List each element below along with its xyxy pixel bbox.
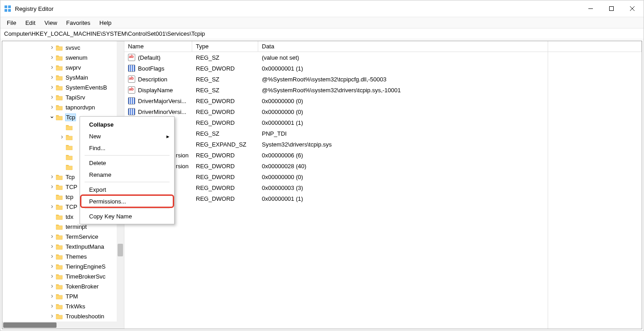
expand-chevron-icon[interactable] — [48, 74, 56, 81]
tree-node[interactable]: svsvc — [5, 43, 124, 52]
expand-chevron-icon[interactable] — [48, 303, 56, 310]
tree-node[interactable]: TPM — [5, 291, 124, 301]
tree-node[interactable]: SysMain — [5, 72, 124, 82]
value-data: 0x00000003 (3) — [258, 184, 642, 191]
menu-file[interactable]: File — [2, 19, 21, 27]
value-row[interactable]: (Default)REG_SZ(value not set) — [124, 52, 642, 63]
menu-view[interactable]: View — [40, 19, 62, 27]
context-menu-label: Collapse — [89, 121, 114, 128]
menu-edit[interactable]: Edit — [21, 19, 40, 27]
context-menu-item[interactable]: Export — [81, 184, 173, 195]
expand-chevron-icon[interactable] — [48, 94, 56, 101]
context-menu-item[interactable]: New▸ — [81, 130, 173, 142]
expand-chevron-icon[interactable] — [48, 104, 56, 111]
value-row[interactable]: DriverMajorVersi...REG_DWORD0x00000000 (… — [124, 95, 642, 106]
context-menu-item[interactable]: Delete — [81, 157, 173, 169]
expand-chevron-icon[interactable] — [48, 253, 56, 260]
value-row[interactable]: BootFlagsREG_DWORD0x00000001 (1) — [124, 63, 642, 74]
context-menu-label: Permissions... — [89, 198, 126, 205]
expand-chevron-icon[interactable] — [48, 263, 56, 270]
value-type: REG_DWORD — [192, 109, 258, 115]
tree-node-label: TokenBroker — [66, 283, 99, 290]
context-menu: CollapseNew▸Find...DeleteRenameExportPer… — [80, 116, 175, 224]
address-bar[interactable]: Computer\HKEY_LOCAL_MACHINE\SYSTEM\Contr… — [0, 28, 644, 39]
expand-chevron-icon[interactable] — [48, 44, 56, 51]
expand-chevron-icon[interactable] — [48, 273, 56, 280]
expand-chevron-icon[interactable] — [48, 233, 56, 240]
folder-icon — [56, 84, 63, 90]
expand-chevron-icon[interactable] — [48, 54, 56, 61]
value-row[interactable]: REG_EXPAND_SZSystem32\drivers\tcpip.sys — [124, 139, 642, 150]
tree-node[interactable]: Troubleshootin — [5, 311, 124, 321]
tree-node[interactable]: TermService — [5, 232, 124, 241]
tree-node[interactable]: TrkWks — [5, 301, 124, 311]
column-header-data[interactable]: Data — [258, 41, 642, 52]
expand-chevron-icon[interactable] — [48, 183, 56, 190]
dword-value-icon — [128, 65, 135, 72]
column-header-name[interactable]: Name — [124, 41, 192, 52]
folder-icon — [56, 263, 63, 270]
context-menu-item[interactable]: Copy Key Name — [81, 210, 173, 222]
value-data: 0x00000001 (1) — [258, 195, 642, 202]
value-row[interactable]: rsionREG_DWORD0x00000028 (40) — [124, 161, 642, 171]
context-menu-item[interactable]: Rename — [81, 169, 173, 180]
value-row[interactable]: REG_SZPNP_TDI — [124, 128, 642, 139]
column-header-type[interactable]: Type — [192, 41, 258, 52]
folder-icon — [56, 253, 63, 260]
folder-icon — [56, 64, 63, 71]
expand-chevron-icon[interactable] — [48, 283, 56, 290]
window-controls — [580, 0, 643, 17]
value-row[interactable]: DriverMinorVersi...REG_DWORD0x00000000 (… — [124, 106, 642, 117]
tree-node[interactable]: TokenBroker — [5, 281, 124, 291]
tree-horizontal-scrollbar[interactable] — [2, 322, 117, 329]
context-menu-item[interactable]: Permissions... — [81, 195, 173, 207]
value-row[interactable]: REG_DWORD0x00000001 (1) — [124, 193, 642, 204]
expand-chevron-icon[interactable] — [48, 312, 56, 320]
expand-chevron-icon[interactable] — [48, 113, 56, 121]
folder-icon — [56, 273, 63, 279]
value-row[interactable]: REG_DWORD0x00000001 (1) — [124, 117, 642, 128]
menu-help[interactable]: Help — [95, 19, 116, 27]
value-row[interactable]: rsionREG_DWORD0x00000006 (6) — [124, 150, 642, 161]
value-data: PNP_TDI — [258, 130, 642, 137]
values-list[interactable]: (Default)REG_SZ(value not set)BootFlagsR… — [124, 52, 642, 204]
value-name: Description — [138, 76, 167, 83]
expand-chevron-icon[interactable] — [48, 243, 56, 250]
column-divider[interactable] — [548, 41, 548, 329]
expand-chevron-icon[interactable] — [48, 173, 56, 180]
expand-chevron-icon[interactable] — [48, 64, 56, 71]
tree-node[interactable]: Themes — [5, 251, 124, 261]
expand-chevron-icon[interactable] — [48, 84, 56, 91]
value-data: System32\drivers\tcpip.sys — [258, 141, 642, 148]
tree-node[interactable]: TieringEngineS — [5, 261, 124, 271]
value-data: @%SystemRoot%\system32\tcpipcfg.dll,-500… — [258, 76, 642, 83]
expand-chevron-icon[interactable] — [48, 203, 56, 210]
string-value-icon — [128, 86, 135, 94]
value-row[interactable]: REG_DWORD0x00000003 (3) — [124, 182, 642, 193]
menu-favorites[interactable]: Favorites — [62, 19, 95, 27]
tree-node-label: TieringEngineS — [66, 263, 105, 270]
value-type: REG_SZ — [192, 130, 258, 137]
expand-chevron-icon[interactable] — [48, 293, 56, 300]
expand-chevron-icon[interactable] — [58, 133, 66, 141]
maximize-button[interactable] — [601, 0, 622, 17]
minimize-button[interactable] — [580, 0, 601, 17]
value-row[interactable]: DescriptionREG_SZ@%SystemRoot%\system32\… — [124, 74, 642, 85]
tree-node[interactable]: SystemEventsB — [5, 82, 124, 92]
tree-node[interactable]: swenum — [5, 52, 124, 62]
tree-node[interactable]: swprv — [5, 62, 124, 72]
value-row[interactable]: DisplayNameREG_SZ@%SystemRoot%\system32\… — [124, 85, 642, 95]
value-row[interactable]: REG_DWORD0x00000000 (0) — [124, 171, 642, 182]
tree-node[interactable]: TimeBrokerSvc — [5, 271, 124, 281]
tree-node-label: svsvc — [66, 44, 80, 51]
menubar: File Edit View Favorites Help — [0, 17, 644, 28]
tree-node[interactable]: TapiSrv — [5, 92, 124, 102]
context-menu-item[interactable]: Collapse — [81, 118, 173, 130]
folder-icon — [56, 203, 63, 210]
tree-node[interactable]: TextInputMana — [5, 241, 124, 251]
close-button[interactable] — [622, 0, 643, 17]
context-menu-item[interactable]: Find... — [81, 142, 173, 154]
value-name: rsion — [176, 152, 189, 159]
tree-node[interactable]: tapnordvpn — [5, 102, 124, 112]
value-data: 0x00000001 (1) — [258, 119, 642, 126]
